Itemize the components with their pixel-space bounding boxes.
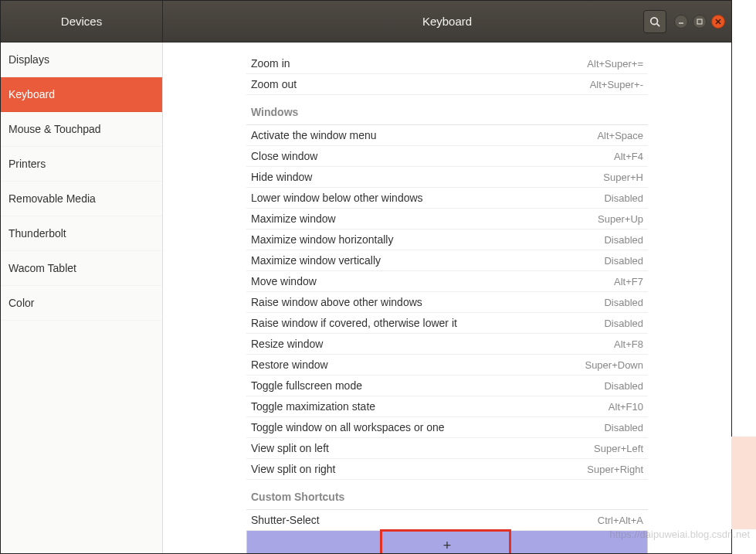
- sidebar-item-label: Removable Media: [8, 192, 96, 205]
- shortcut-label: Raise window above other windows: [251, 296, 604, 308]
- shortcut-row[interactable]: Resize windowAlt+F8: [246, 334, 648, 355]
- shortcut-value: Disabled: [604, 234, 643, 246]
- shortcut-row[interactable]: Move windowAlt+F7: [246, 271, 648, 292]
- sidebar-item-label: Color: [8, 297, 34, 309]
- svg-rect-3: [697, 19, 702, 24]
- shortcut-value: Alt+Super+-: [590, 79, 643, 90]
- shortcut-row[interactable]: Zoom inAlt+Super+=: [246, 53, 648, 74]
- main-title-area: Keyboard: [163, 1, 731, 42]
- sidebar-item-wacom-tablet[interactable]: Wacom Tablet: [1, 251, 162, 286]
- shortcut-label: Toggle fullscreen mode: [251, 379, 604, 392]
- titlebar: Devices Keyboard: [1, 1, 731, 42]
- shortcut-row[interactable]: Toggle window on all workspaces or oneDi…: [246, 417, 648, 438]
- shortcut-value: Ctrl+Alt+A: [598, 515, 643, 526]
- sidebar-item-thunderbolt[interactable]: Thunderbolt: [1, 216, 162, 251]
- shortcut-value: Disabled: [604, 318, 643, 329]
- shortcut-value: Super+Down: [585, 359, 643, 371]
- shortcut-label: Close window: [251, 150, 614, 162]
- page-title: Keyboard: [422, 15, 472, 28]
- shortcut-row[interactable]: Zoom outAlt+Super+-: [246, 74, 648, 95]
- shortcuts-panel: Zoom inAlt+Super+=Zoom outAlt+Super+-Win…: [246, 42, 648, 553]
- sidebar-item-label: Wacom Tablet: [8, 262, 76, 274]
- shortcut-row[interactable]: Toggle fullscreen modeDisabled: [246, 376, 648, 396]
- shortcut-value: Disabled: [604, 380, 643, 392]
- search-icon: [649, 16, 660, 27]
- window-controls: [674, 15, 725, 29]
- decorative-edge: [731, 437, 756, 529]
- sidebar-item-label: Mouse & Touchpad: [8, 123, 101, 135]
- body: DisplaysKeyboardMouse & TouchpadPrinters…: [1, 42, 731, 553]
- section-header: Custom Shortcuts: [246, 480, 648, 510]
- shortcut-value: Super+H: [603, 172, 643, 183]
- shortcut-label: View split on right: [251, 463, 587, 475]
- shortcut-value: Alt+F8: [614, 338, 643, 350]
- sidebar-item-displays[interactable]: Displays: [1, 42, 162, 77]
- shortcut-row[interactable]: Close windowAlt+F4: [246, 146, 648, 167]
- sidebar-item-label: Displays: [8, 53, 49, 66]
- shortcut-row[interactable]: Maximize window horizontallyDisabled: [246, 229, 648, 250]
- shortcut-value: Alt+F10: [609, 401, 643, 413]
- sidebar-item-label: Thunderbolt: [8, 227, 66, 240]
- shortcut-label: Zoom in: [251, 57, 587, 70]
- shortcut-label: Maximize window vertically: [251, 254, 604, 267]
- shortcut-label: Toggle maximization state: [251, 400, 609, 413]
- maximize-icon: [697, 19, 703, 25]
- shortcut-value: Disabled: [604, 192, 643, 204]
- shortcut-label: Raise window if covered, otherwise lower…: [251, 317, 604, 329]
- sidebar-title: Devices: [1, 1, 163, 42]
- shortcut-label: Shutter-Select: [251, 514, 598, 526]
- shortcut-value: Disabled: [604, 297, 643, 308]
- shortcut-label: View split on left: [251, 442, 594, 454]
- add-shortcut-button[interactable]: +: [246, 531, 648, 553]
- sidebar-item-color[interactable]: Color: [1, 286, 162, 321]
- svg-point-0: [651, 17, 658, 24]
- shortcut-row[interactable]: Activate the window menuAlt+Space: [246, 125, 648, 146]
- shortcut-row[interactable]: View split on rightSuper+Right: [246, 459, 648, 480]
- search-button[interactable]: [643, 10, 666, 33]
- shortcut-label: Toggle window on all workspaces or one: [251, 421, 604, 433]
- main-content[interactable]: Zoom inAlt+Super+=Zoom outAlt+Super+-Win…: [163, 42, 731, 553]
- sidebar: DisplaysKeyboardMouse & TouchpadPrinters…: [1, 42, 163, 553]
- minimize-button[interactable]: [674, 15, 688, 29]
- shortcut-row[interactable]: Shutter-SelectCtrl+Alt+A: [246, 510, 648, 531]
- shortcut-row[interactable]: Maximize window verticallyDisabled: [246, 250, 648, 271]
- shortcut-value: Alt+Space: [597, 130, 643, 141]
- shortcut-value: Disabled: [604, 255, 643, 267]
- maximize-button[interactable]: [693, 15, 707, 29]
- section-header: Windows: [246, 95, 648, 125]
- shortcut-label: Maximize window horizontally: [251, 233, 604, 246]
- sidebar-item-mouse-touchpad[interactable]: Mouse & Touchpad: [1, 112, 162, 147]
- svg-line-1: [657, 23, 660, 26]
- shortcut-row[interactable]: View split on leftSuper+Left: [246, 438, 648, 459]
- shortcut-row[interactable]: Raise window above other windowsDisabled: [246, 292, 648, 313]
- shortcut-label: Restore window: [251, 359, 585, 371]
- shortcut-label: Zoom out: [251, 78, 590, 90]
- shortcut-row[interactable]: Hide windowSuper+H: [246, 167, 648, 188]
- shortcut-value: Alt+F7: [614, 276, 643, 287]
- shortcut-row[interactable]: Restore windowSuper+Down: [246, 355, 648, 376]
- sidebar-item-label: Keyboard: [8, 88, 55, 100]
- shortcut-value: Super+Up: [598, 213, 643, 225]
- shortcut-label: Activate the window menu: [251, 129, 597, 141]
- shortcut-value: Super+Left: [594, 443, 643, 454]
- minimize-icon: [678, 19, 684, 25]
- shortcut-label: Maximize window: [251, 212, 598, 225]
- shortcut-label: Hide window: [251, 171, 603, 183]
- close-icon: [715, 19, 721, 25]
- plus-icon: +: [443, 538, 452, 553]
- shortcut-row[interactable]: Maximize windowSuper+Up: [246, 209, 648, 229]
- sidebar-item-label: Printers: [8, 158, 46, 170]
- sidebar-item-keyboard[interactable]: Keyboard: [1, 77, 162, 112]
- shortcut-row[interactable]: Lower window below other windowsDisabled: [246, 188, 648, 209]
- sidebar-item-printers[interactable]: Printers: [1, 147, 162, 182]
- shortcut-row[interactable]: Raise window if covered, otherwise lower…: [246, 313, 648, 334]
- shortcut-value: Alt+Super+=: [587, 58, 643, 70]
- shortcut-value: Super+Right: [587, 464, 643, 475]
- settings-window: Devices Keyboard DisplaysKeyboardMouse &…: [0, 0, 732, 554]
- close-button[interactable]: [711, 15, 725, 29]
- sidebar-item-removable-media[interactable]: Removable Media: [1, 182, 162, 216]
- shortcut-row[interactable]: Toggle maximization stateAlt+F10: [246, 396, 648, 417]
- shortcut-label: Move window: [251, 275, 614, 287]
- shortcut-value: Alt+F4: [614, 151, 643, 162]
- shortcut-value: Disabled: [604, 422, 643, 433]
